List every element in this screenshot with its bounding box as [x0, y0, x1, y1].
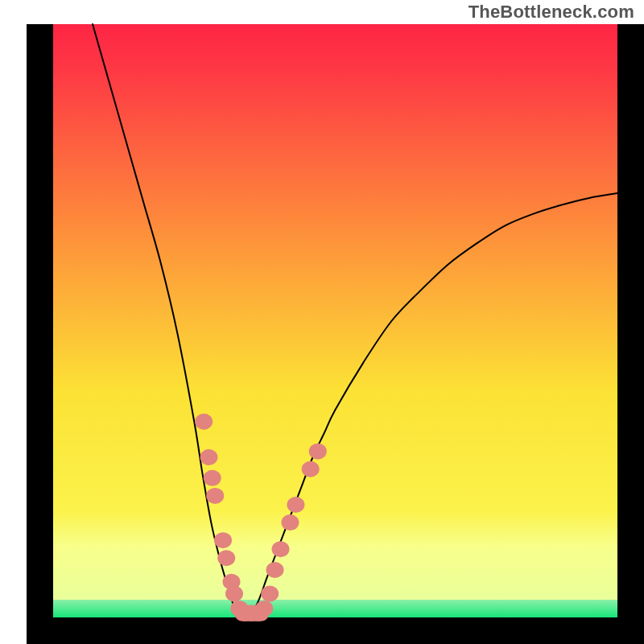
curve-marker	[261, 586, 279, 602]
curve-marker	[206, 488, 224, 504]
curve-marker	[287, 497, 304, 513]
curve-marker	[195, 414, 213, 430]
curve-marker	[217, 550, 235, 566]
curve-marker	[266, 562, 283, 578]
curve-marker	[309, 444, 327, 460]
curve-marker	[302, 461, 320, 477]
curve-marker	[225, 586, 243, 602]
bottleneck-chart	[0, 0, 644, 644]
curve-marker-flat	[234, 605, 269, 621]
curve-marker	[272, 541, 290, 557]
curve-marker	[200, 449, 217, 465]
svg-rect-1	[53, 24, 617, 617]
chart-container: TheBottleneck.com	[0, 0, 644, 644]
curve-marker	[204, 470, 221, 486]
curve-marker	[214, 532, 232, 548]
curve-marker	[281, 514, 299, 530]
